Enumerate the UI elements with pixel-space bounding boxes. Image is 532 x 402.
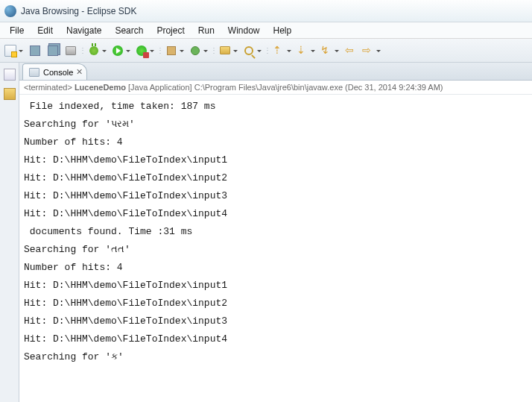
console-view: Console ✕ <terminated> LuceneDemo [Java … [19, 63, 532, 402]
titlebar: Java Browsing - Eclipse SDK [0, 0, 532, 22]
nav-last-edit-button[interactable]: ↯ [319, 43, 341, 59]
app-icon [4, 5, 16, 17]
nav-back-button[interactable]: ⇦ [343, 43, 359, 59]
status-terminated: <terminated> [24, 83, 75, 92]
debug-button[interactable] [86, 43, 109, 59]
minimized-view-2[interactable] [4, 88, 16, 100]
console-line: Searching for 'તત' [24, 241, 528, 259]
console-line: File indexed, time taken: 187 ms [24, 98, 528, 116]
new-package-button[interactable] [164, 43, 186, 59]
package-icon [167, 46, 176, 55]
new-button[interactable] [3, 43, 25, 59]
nav-forward-button[interactable]: ⇨ [361, 43, 383, 59]
print-icon [66, 46, 76, 55]
save-icon [30, 45, 40, 56]
menu-project[interactable]: Project [150, 24, 191, 37]
console-line: Number of hits: 4 [24, 134, 528, 151]
console-line: Hit: D:\HHM\demo\FileToIndex\input1 [24, 277, 528, 295]
console-line: documents found. Time :31 ms [24, 223, 528, 241]
up-arrow-icon: ⇡ [273, 45, 285, 57]
menu-run[interactable]: Run [191, 24, 221, 37]
console-line: Hit: D:\HHM\demo\FileToIndex\input1 [24, 151, 528, 169]
toolbar-separator [80, 43, 85, 59]
run-external-button[interactable] [134, 43, 156, 59]
search-icon [244, 46, 253, 55]
back-icon: ⇦ [345, 45, 357, 57]
console-icon [29, 68, 39, 77]
new-icon [4, 45, 16, 57]
left-trim-strip [0, 63, 19, 402]
menu-navigate[interactable]: Navigate [60, 24, 108, 37]
view-tabbar: Console ✕ [19, 63, 532, 81]
toolbar-separator [265, 43, 270, 59]
forward-icon: ⇨ [362, 45, 374, 57]
down-arrow-icon: ⇣ [297, 45, 308, 57]
close-icon[interactable]: ✕ [75, 67, 83, 76]
console-line: Searching for 'પરમ' [24, 116, 528, 134]
console-line: Hit: D:\HHM\demo\FileToIndex\input2 [24, 169, 528, 187]
menubar: File Edit Navigate Search Project Run Wi… [0, 22, 532, 39]
console-output[interactable]: File indexed, time taken: 187 ms Searchi… [19, 95, 532, 402]
console-line: Hit: D:\HHM\demo\FileToIndex\input2 [24, 295, 528, 313]
edit-loc-icon: ↯ [320, 45, 332, 57]
minimized-view-1[interactable] [4, 69, 16, 81]
console-line: Hit: D:\HHM\demo\FileToIndex\input3 [24, 187, 528, 205]
menu-search[interactable]: Search [108, 24, 150, 37]
run-icon [113, 45, 123, 56]
window-title: Java Browsing - Eclipse SDK [21, 6, 136, 16]
workspace: Console ✕ <terminated> LuceneDemo [Java … [0, 63, 532, 402]
console-line: Hit: D:\HHM\demo\FileToIndex\input4 [24, 330, 528, 348]
status-path: C:\Program Files\Java\jre6\bin\javaw.exe [194, 83, 343, 92]
save-button[interactable] [27, 43, 43, 59]
tab-label: Console [43, 68, 73, 77]
menu-help[interactable]: Help [267, 24, 299, 37]
search-button[interactable] [241, 43, 264, 59]
print-button[interactable] [63, 43, 79, 59]
run-button[interactable] [110, 43, 133, 59]
nav-prev-annotation-button[interactable]: ⇡ [271, 43, 294, 59]
type-icon [191, 46, 200, 55]
console-status: <terminated> LuceneDemo [Java Applicatio… [19, 81, 532, 95]
save-all-icon [48, 45, 58, 56]
console-line: Hit: D:\HHM\demo\FileToIndex\input3 [24, 313, 528, 330]
status-app-name: LuceneDemo [75, 83, 126, 92]
menu-file[interactable]: File [3, 24, 31, 37]
save-all-button[interactable] [45, 43, 61, 59]
console-line: Searching for 'ક' [24, 348, 528, 366]
folder-icon [220, 46, 230, 54]
nav-next-annotation-button[interactable]: ⇣ [295, 43, 317, 59]
toolbar-separator [158, 43, 162, 59]
status-app-type: [Java Application] [126, 83, 194, 92]
menu-window[interactable]: Window [221, 24, 267, 37]
status-timestamp: (Dec 31, 2014 9:24:39 AM) [343, 83, 443, 92]
open-folder-button[interactable] [218, 43, 240, 59]
toolbar: ⇡ ⇣ ↯ ⇦ ⇨ [0, 39, 532, 63]
menu-edit[interactable]: Edit [31, 24, 60, 37]
bug-icon [89, 46, 98, 55]
new-type-button[interactable] [188, 43, 210, 59]
toolbar-separator [212, 43, 216, 59]
console-line: Number of hits: 4 [24, 259, 528, 277]
tab-console[interactable]: Console ✕ [22, 63, 87, 80]
console-line: Hit: D:\HHM\demo\FileToIndex\input4 [24, 205, 528, 223]
run-ext-icon [136, 45, 147, 56]
